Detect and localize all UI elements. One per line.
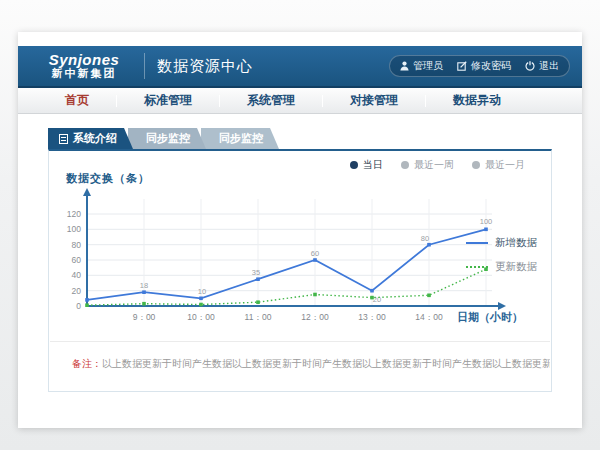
nav-item-data-change[interactable]: 数据异动 (426, 92, 528, 109)
document-icon (59, 134, 68, 144)
legend-new-data[interactable]: 新增数据 (466, 236, 537, 250)
svg-text:35: 35 (252, 268, 260, 277)
svg-text:11：00: 11：00 (245, 312, 272, 322)
svg-text:0: 0 (76, 301, 81, 311)
footnote-prefix: 备注： (72, 358, 102, 369)
footnote-text: 以上数据更新于时间产生数据以上数据更新于时间产生数据以上数据更新于时间产生数据以… (102, 358, 550, 369)
app-window: Synjones 新中新集团 数据资源中心 管理员 修改密码 (18, 32, 582, 428)
svg-text:60: 60 (72, 255, 82, 265)
svg-text:18: 18 (140, 281, 148, 290)
legend-update-data-label: 更新数据 (495, 260, 537, 274)
svg-text:日期（小时）: 日期（小时） (457, 311, 523, 324)
edit-icon (457, 61, 467, 71)
svg-text:40: 40 (72, 270, 82, 280)
chart-panel: 当日 最近一周 最近一月 数据交换（条） 0204060801001209：00… (48, 149, 552, 392)
user-icon (400, 61, 409, 71)
radio-icon (472, 161, 480, 169)
nav-item-home[interactable]: 首页 (38, 92, 116, 109)
user-menu-admin-label: 管理员 (413, 59, 443, 73)
tab-sync-monitor-2-label: 同步监控 (219, 128, 263, 149)
svg-text:20: 20 (373, 295, 381, 304)
main-nav: 首页 标准管理 系统管理 对接管理 数据异动 (18, 88, 582, 114)
header-divider (144, 53, 145, 79)
svg-text:10：00: 10：00 (187, 312, 215, 322)
logo: Synjones 新中新集团 (30, 52, 138, 79)
logo-text: Synjones (30, 52, 138, 68)
filter-today[interactable]: 当日 (350, 158, 383, 172)
filter-last-month[interactable]: 最近一月 (472, 158, 525, 172)
logo-subtext: 新中新集团 (30, 68, 138, 80)
tab-system-intro-label: 系统介绍 (73, 128, 117, 149)
tab-bar: 系统介绍 同步监控 同步监控 (48, 128, 552, 149)
tab-sync-monitor-1[interactable]: 同步监控 (128, 128, 206, 149)
change-password-label: 修改密码 (471, 59, 511, 73)
svg-text:80: 80 (421, 234, 429, 243)
user-menu: 管理员 修改密码 退出 (389, 55, 570, 77)
svg-text:100: 100 (480, 217, 493, 226)
change-password-button[interactable]: 修改密码 (457, 59, 511, 73)
tab-system-intro[interactable]: 系统介绍 (48, 128, 133, 149)
svg-text:100: 100 (67, 224, 81, 234)
svg-text:12：00: 12：00 (301, 312, 329, 322)
logout-label: 退出 (539, 59, 559, 73)
dotted-line-icon (466, 266, 488, 268)
user-menu-admin[interactable]: 管理员 (400, 59, 443, 73)
tab-sync-monitor-2[interactable]: 同步监控 (201, 128, 279, 149)
solid-line-icon (466, 242, 488, 244)
logout-button[interactable]: 退出 (525, 59, 559, 73)
y-axis-title: 数据交换（条） (66, 171, 150, 186)
app-header: Synjones 新中新集团 数据资源中心 管理员 修改密码 (18, 46, 582, 88)
nav-item-standard-mgmt[interactable]: 标准管理 (117, 92, 219, 109)
tab-sync-monitor-1-label: 同步监控 (146, 128, 190, 149)
chart-legend: 新增数据 更新数据 (466, 236, 537, 274)
radio-selected-icon (350, 161, 358, 169)
page-title: 数据资源中心 (157, 57, 253, 76)
svg-text:20: 20 (72, 286, 82, 296)
svg-text:60: 60 (311, 249, 319, 258)
footnote: 备注：以上数据更新于时间产生数据以上数据更新于时间产生数据以上数据更新于时间产生… (50, 341, 550, 371)
filter-last-week-label: 最近一周 (414, 158, 454, 172)
nav-item-system-mgmt[interactable]: 系统管理 (220, 92, 322, 109)
svg-text:13：00: 13：00 (358, 312, 386, 322)
svg-text:80: 80 (72, 240, 82, 250)
time-range-filters: 当日 最近一周 最近一月 (350, 158, 525, 172)
legend-update-data[interactable]: 更新数据 (466, 260, 537, 274)
svg-text:9：00: 9：00 (133, 312, 156, 322)
filter-last-week[interactable]: 最近一周 (401, 158, 454, 172)
svg-text:120: 120 (67, 209, 81, 219)
legend-new-data-label: 新增数据 (495, 236, 537, 250)
content-area: 系统介绍 同步监控 同步监控 当日 最近一周 (18, 114, 582, 392)
svg-text:14：00: 14：00 (415, 312, 443, 322)
radio-icon (401, 161, 409, 169)
filter-last-month-label: 最近一月 (485, 158, 525, 172)
nav-item-interface-mgmt[interactable]: 对接管理 (323, 92, 425, 109)
svg-text:10: 10 (198, 287, 206, 296)
filter-today-label: 当日 (363, 158, 383, 172)
power-icon (525, 61, 535, 71)
